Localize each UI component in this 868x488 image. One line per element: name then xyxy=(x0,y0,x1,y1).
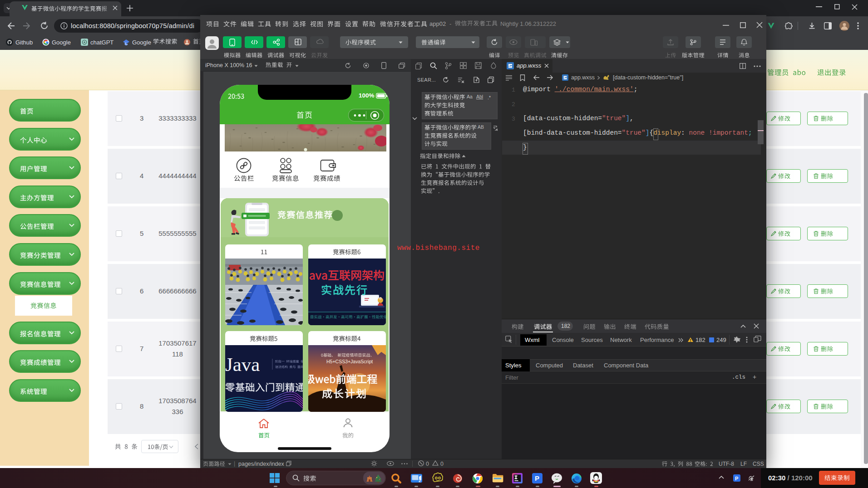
svg-text:P: P xyxy=(535,474,539,482)
svg-text:Java: Java xyxy=(225,354,260,375)
svg-text:2: 2 xyxy=(419,478,421,483)
svg-text:P: P xyxy=(735,476,738,481)
